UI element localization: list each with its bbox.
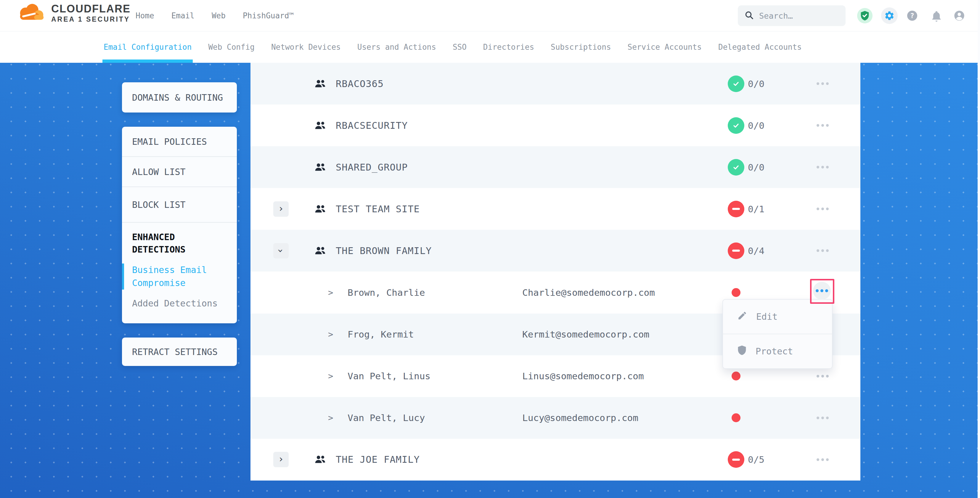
- row-menu-button[interactable]: [812, 407, 833, 428]
- menu-item-edit[interactable]: Edit: [723, 300, 832, 334]
- table-row[interactable]: › THE JOE FAMILY 0/5: [250, 439, 861, 480]
- sidebar-item-block-list[interactable]: BLOCK LIST: [122, 187, 237, 222]
- chevron-down-icon: ›: [273, 248, 288, 253]
- account-button[interactable]: [953, 10, 965, 22]
- member-count: 0/0: [748, 120, 764, 131]
- group-icon: [314, 162, 326, 172]
- member-name: Brown, Charlie: [348, 287, 425, 298]
- top-bar: CLOUDFLARE AREA 1 SECURITY Home Email We…: [0, 0, 980, 31]
- help-icon: ?: [910, 12, 914, 19]
- row-menu-button[interactable]: [812, 73, 833, 94]
- highlight-annotation-box: [810, 279, 834, 304]
- settings-gear-icon: [884, 10, 895, 21]
- cloudflare-logo[interactable]: CLOUDFLARE AREA 1 SECURITY: [16, 3, 130, 24]
- sidebar-card-policies: EMAIL POLICIES ALLOW LIST BLOCK LIST ENH…: [122, 127, 237, 323]
- member-name: Van Pelt, Linus: [348, 371, 431, 381]
- status-blocked-icon: [728, 242, 745, 259]
- logo-brand-name: CLOUDFLARE: [51, 3, 130, 15]
- row-context-menu: Edit Protect: [722, 299, 832, 369]
- shield-check-button[interactable]: [857, 8, 872, 23]
- alert-dot-icon: [732, 288, 740, 297]
- row-menu-button[interactable]: [812, 449, 833, 470]
- tab-email-configuration[interactable]: Email Configuration: [103, 31, 192, 63]
- tab-sso[interactable]: SSO: [453, 31, 467, 63]
- sidebar-item-business-email-compromise[interactable]: Business Email Compromise: [122, 264, 237, 290]
- shield-check-icon: [860, 10, 870, 21]
- table-row[interactable]: SHARED_GROUP 0/0: [250, 146, 861, 188]
- expand-row-button[interactable]: ›: [273, 452, 289, 467]
- row-menu-button[interactable]: [812, 198, 833, 220]
- sidebar-card-domains: DOMAINS & ROUTING: [122, 82, 237, 113]
- collapse-row-button[interactable]: ›: [273, 243, 289, 258]
- chevron-right-icon: ›: [278, 451, 284, 467]
- member-email: Linus@somedemocorp.com: [522, 371, 644, 381]
- row-menu-button[interactable]: [812, 157, 833, 178]
- tab-subscriptions[interactable]: Subscriptions: [551, 31, 611, 63]
- notifications-button[interactable]: [931, 10, 942, 22]
- alert-dot-icon: [732, 413, 740, 422]
- pencil-icon: [737, 310, 747, 323]
- tab-network-devices[interactable]: Network Devices: [271, 31, 341, 63]
- tab-web-config[interactable]: Web Config: [208, 31, 255, 63]
- help-button[interactable]: ?: [907, 11, 917, 21]
- notifications-bell-icon: [931, 10, 942, 22]
- chevron-right-icon: >: [328, 413, 333, 423]
- scrollbar-track[interactable]: [978, 0, 980, 498]
- account-icon: [953, 10, 965, 22]
- sidebar-item-domains-routing[interactable]: DOMAINS & ROUTING: [122, 82, 237, 113]
- status-blocked-icon: [728, 451, 745, 468]
- row-menu-button[interactable]: [812, 240, 833, 261]
- search-box[interactable]: [738, 5, 846, 26]
- tab-directories[interactable]: Directories: [483, 31, 534, 63]
- sidebar-item-retract-settings[interactable]: RETRACT SETTINGS: [122, 337, 237, 366]
- search-input[interactable]: [759, 11, 830, 21]
- chevron-right-icon: >: [328, 371, 333, 381]
- shield-icon: [737, 345, 747, 358]
- table-row[interactable]: RBACO365 0/0: [250, 63, 861, 105]
- member-name: Van Pelt, Lucy: [348, 412, 425, 423]
- member-count: 0/0: [748, 78, 764, 89]
- group-name: THE BROWN FAMILY: [336, 245, 432, 256]
- sidebar-section-enhanced-detections: ENHANCED DETECTIONS Business Email Compr…: [122, 223, 237, 323]
- tab-users-and-actions[interactable]: Users and Actions: [357, 31, 436, 63]
- logo-text: CLOUDFLARE AREA 1 SECURITY: [51, 3, 130, 24]
- menu-item-protect[interactable]: Protect: [723, 334, 832, 368]
- chevron-right-icon: >: [328, 329, 333, 339]
- row-menu-button[interactable]: [812, 115, 833, 136]
- member-name: Frog, Kermit: [348, 329, 414, 340]
- menu-item-label: Edit: [756, 312, 778, 322]
- nav-item-web[interactable]: Web: [212, 11, 226, 20]
- group-name: RBACSECURITY: [336, 120, 408, 131]
- nav-item-phishguard[interactable]: PhishGuard™: [243, 11, 294, 20]
- settings-button[interactable]: [881, 7, 898, 24]
- table-row[interactable]: > Van Pelt, Lucy Lucy@somedemocorp.com: [250, 397, 861, 439]
- tab-service-accounts[interactable]: Service Accounts: [628, 31, 702, 63]
- nav-item-home[interactable]: Home: [135, 11, 154, 20]
- table-row[interactable]: › THE BROWN FAMILY 0/4: [250, 230, 861, 272]
- member-email: Kermit@somedemocorp.com: [522, 329, 649, 340]
- status-ok-icon: [728, 75, 745, 92]
- alert-dot-icon: [732, 372, 740, 380]
- sidebar-item-email-policies[interactable]: EMAIL POLICIES: [122, 127, 237, 156]
- cloudflare-cloud-icon: [16, 3, 47, 23]
- group-icon: [314, 121, 326, 130]
- sidebar-item-allow-list[interactable]: ALLOW LIST: [122, 157, 237, 186]
- member-email: Lucy@somedemocorp.com: [522, 412, 638, 423]
- groups-table: RBACO365 0/0 RBACSECURITY 0/0 SHARED_G: [250, 63, 861, 480]
- table-row[interactable]: RBACSECURITY 0/0: [250, 105, 861, 146]
- member-count: 0/0: [748, 162, 764, 173]
- table-row[interactable]: › TEST TEAM SITE 0/1: [250, 188, 861, 230]
- group-name: TEST TEAM SITE: [336, 204, 420, 215]
- nav-item-email[interactable]: Email: [172, 11, 194, 20]
- status-ok-icon: [728, 117, 745, 134]
- app-window: CLOUDFLARE AREA 1 SECURITY Home Email We…: [0, 0, 980, 498]
- chevron-right-icon: ›: [278, 201, 284, 216]
- sidebar-item-added-detections[interactable]: Added Detections: [122, 297, 237, 310]
- group-icon: [314, 246, 326, 256]
- expand-row-button[interactable]: ›: [273, 201, 289, 217]
- sidebar-item-enhanced-detections[interactable]: ENHANCED DETECTIONS: [122, 231, 237, 256]
- chevron-right-icon: >: [328, 288, 333, 298]
- member-count: 0/4: [748, 245, 764, 256]
- tab-delegated-accounts[interactable]: Delegated Accounts: [718, 31, 802, 63]
- member-count: 0/5: [748, 454, 764, 465]
